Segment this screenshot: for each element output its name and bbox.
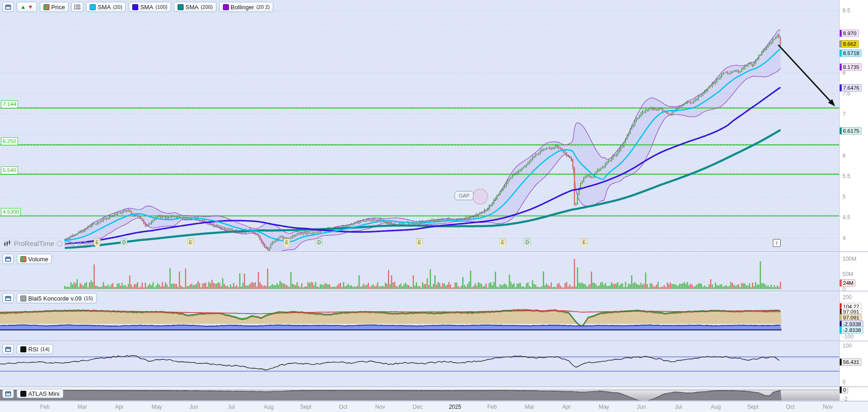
axis-tick: 100	[843, 343, 852, 349]
value-label-bar	[840, 85, 842, 91]
timeline-month-label: Jun	[637, 404, 646, 410]
indicator-button-sma-2[interactable]: SMA(200)	[174, 2, 216, 12]
axis-tick: -100	[843, 333, 854, 340]
indicator-params: (200)	[201, 4, 213, 10]
price-swatch-icon	[43, 4, 49, 10]
timeline-month-label: Nov	[823, 404, 832, 410]
axis-tick: 0	[843, 286, 846, 293]
price-level-label[interactable]: 5.540	[1, 166, 18, 174]
collapse-price-panel-button[interactable]	[2, 2, 14, 12]
axis-tick: -2	[843, 396, 848, 402]
value-label-bar	[840, 64, 842, 70]
value-label: 6.6175	[839, 127, 862, 135]
list-button[interactable]	[71, 2, 83, 12]
timeline-month-label: Mar	[78, 404, 87, 410]
volume-label: Volume	[28, 256, 48, 263]
value-label-text: 0	[843, 387, 846, 393]
rsi-params: (14)	[41, 346, 50, 352]
atlas-panel-header: ATLAS Mini	[2, 389, 63, 398]
value-label-text: 8.662	[843, 41, 856, 47]
collapse-koncorde-panel-button[interactable]	[2, 293, 14, 303]
price-series-label: Price	[51, 4, 65, 11]
timeline-month-label: Oct	[339, 404, 348, 410]
timeline-month-label: Sept	[747, 404, 759, 410]
axis-tick: 50M	[843, 271, 853, 277]
timeline-month-label: 2025	[449, 404, 462, 410]
feed-selector[interactable]: End of Day	[57, 240, 94, 247]
up-arrow-icon[interactable]: ▲	[20, 4, 26, 10]
value-label-bar	[840, 327, 842, 333]
watermark-brand: ProRealTime	[14, 240, 54, 247]
gap-highlight-ellipse[interactable]	[473, 189, 488, 204]
timeline-month-label: Jul	[228, 404, 234, 410]
window-icon	[5, 391, 11, 396]
atlas-indicator-button[interactable]: ATLAS Mini	[17, 389, 63, 398]
rsi-panel-header: RSI (14)	[2, 344, 53, 354]
value-label: 56.431	[839, 358, 862, 366]
koncorde-indicator-button[interactable]: Blai5 Koncorde v.09 (15)	[17, 293, 97, 303]
window-icon	[5, 257, 11, 262]
koncorde-panel-header: Blai5 Koncorde v.09 (15)	[2, 293, 97, 303]
value-label-bar	[840, 280, 842, 286]
indicator-label: SMA	[140, 4, 153, 11]
collapse-atlas-panel-button[interactable]	[2, 389, 14, 398]
collapse-volume-panel-button[interactable]	[2, 254, 14, 264]
volume-indicator-button[interactable]: Volume	[17, 254, 52, 264]
axis-tick: 7	[843, 111, 846, 117]
price-direction-buttons[interactable]: ▲ ▼	[17, 2, 37, 12]
timeline-month-label: Apr	[562, 404, 571, 410]
indicator-params: (100)	[155, 4, 167, 10]
rsi-indicator-button[interactable]: RSI (14)	[17, 344, 53, 354]
value-label-text: 8.970	[843, 31, 856, 36]
volume-swatch-icon	[20, 256, 26, 262]
down-arrow-icon[interactable]: ▼	[28, 4, 33, 10]
timeline-month-label: Feb	[40, 404, 50, 410]
indicator-button-bollinger-3[interactable]: Bollinger(20 2)	[219, 2, 273, 12]
list-icon	[74, 4, 80, 10]
main-toolbar: ▲ ▼ Price SMA(20)SMA(100)SMA(200)Bolling…	[2, 2, 273, 12]
prorealtime-window: ▲ ▼ Price SMA(20)SMA(100)SMA(200)Bolling…	[0, 0, 868, 412]
indicator-label: SMA	[98, 4, 111, 11]
timeline-month-label: Feb	[487, 404, 497, 410]
value-label: 24M	[839, 279, 856, 287]
axis-tick: 6	[843, 153, 846, 159]
gap-callout[interactable]: GAP	[455, 191, 474, 200]
indicator-button-sma-1[interactable]: SMA(100)	[129, 2, 171, 12]
indicator-button-sma-0[interactable]: SMA(20)	[86, 2, 126, 12]
value-label-bar	[840, 128, 842, 134]
price-level-label[interactable]: 7.144	[1, 100, 18, 108]
feed-label: End of Day	[64, 240, 94, 247]
collapse-rsi-panel-button[interactable]	[2, 344, 14, 354]
price-level-label[interactable]: 4.5300	[1, 208, 21, 216]
value-label: 0	[839, 386, 848, 394]
value-label-bar	[840, 30, 842, 37]
value-label: 8.5718	[839, 49, 862, 57]
window-icon	[5, 347, 11, 352]
info-button[interactable]: i	[773, 239, 781, 247]
value-label-text: 97.091	[843, 315, 859, 320]
radio-icon	[57, 241, 62, 246]
value-label: -2.8338	[839, 326, 863, 334]
koncorde-label: Blai5 Koncorde v.09	[28, 295, 81, 302]
axis-tick: 100M	[843, 256, 856, 262]
volume-panel-header: Volume	[2, 254, 52, 264]
value-label-bar	[840, 50, 842, 56]
value-label-text: 7.6476	[843, 85, 859, 91]
indicator-swatch-icon	[132, 4, 138, 10]
atlas-label: ATLAS Mini	[28, 390, 60, 397]
window-icon	[5, 296, 11, 301]
timeline-month-label: Aug	[264, 404, 273, 410]
value-label-bar	[840, 387, 842, 393]
indicator-label: SMA	[185, 4, 198, 11]
rsi-label: RSI	[28, 346, 38, 353]
price-level-label[interactable]: 6.250	[1, 137, 18, 145]
axis-tick: 0	[843, 379, 846, 385]
value-label-text: 8.1735	[843, 64, 859, 70]
value-label-bar	[840, 314, 842, 321]
timeline-month-label: Jul	[675, 404, 682, 410]
price-series-button[interactable]: Price	[40, 2, 69, 12]
timeline-month-label: Sept	[300, 404, 312, 410]
value-label-text: 6.6175	[843, 128, 859, 134]
timeline-month-label: Oct	[786, 404, 795, 410]
chart-canvas[interactable]	[0, 0, 868, 412]
